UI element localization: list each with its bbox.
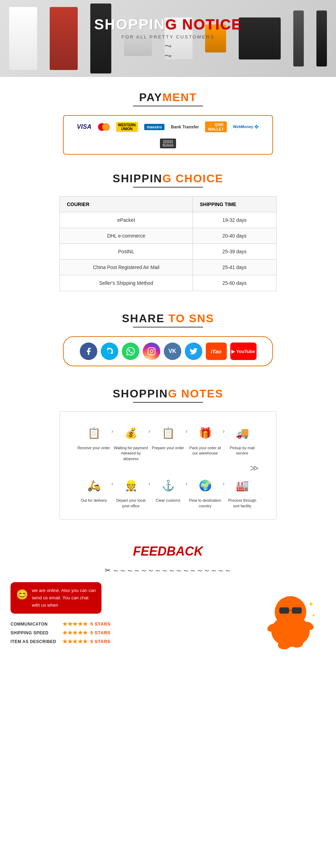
- sns-title: SHARE TO SNS: [10, 312, 326, 325]
- stars-icon: ★★★★★: [62, 629, 88, 636]
- shipping-title: SHIPPING CHOICE: [10, 172, 326, 185]
- table-row: China Post Registered Air Mail25-41 days: [60, 260, 276, 275]
- notes-underline: [133, 402, 203, 403]
- courier-cell: DHL e-commerce: [60, 228, 193, 244]
- sns-icons-row: VK iTao ▶ YouTube: [63, 336, 273, 366]
- payment-title: PAYMENT: [10, 91, 326, 104]
- time-cell: 25-60 days: [192, 275, 276, 291]
- flow-item-10: 🏭 Process through sort facility: [225, 475, 260, 509]
- maestro-logo: maestro: [144, 124, 165, 130]
- sns-section: SHARE TO SNS VK iTao ▶ YouTube: [0, 305, 336, 380]
- feedback-left: 😊 we are online. Also you can can send u…: [10, 582, 248, 647]
- mascot-svg: ✦ ✦: [259, 582, 322, 652]
- courier-header: COURIER: [60, 197, 193, 212]
- shipping-underline: [133, 187, 203, 188]
- smiley-icon: 😊: [16, 587, 28, 603]
- flow-item-2: 💰 Waiting for payment released by alixpr…: [113, 422, 148, 461]
- flow-item-1: 📋 Receive your order: [76, 422, 111, 451]
- product-img-7: [239, 17, 281, 59]
- table-row: DHL e-commerce20-40 days: [60, 228, 276, 244]
- stars-icon: ★★★★★: [62, 638, 88, 645]
- flow-item-5: 🚚 Pickup by mail service: [225, 422, 260, 456]
- svg-rect-6: [292, 607, 302, 614]
- flow-label-9: Flow to destination country: [188, 498, 223, 509]
- svg-text:✦: ✦: [308, 600, 314, 608]
- feedback-message: we are online. Also you can can send us …: [32, 587, 96, 609]
- courier-cell: PostNL: [60, 244, 193, 260]
- svg-rect-5: [279, 607, 289, 614]
- rating-row: COMMUNICATON★★★★★5 STARS: [10, 621, 248, 627]
- product-img-9: [316, 10, 327, 66]
- instagram-icon[interactable]: [143, 343, 160, 360]
- flow-item-9: 🌍 Flow to destination country: [188, 475, 223, 509]
- product-img-1: [9, 7, 37, 70]
- header-arrows: ⤳⤳: [94, 41, 242, 61]
- skype-icon[interactable]: [101, 343, 118, 360]
- flow-label-4: Pack your order at our warehouse: [188, 445, 223, 456]
- flow-row-top: 📋 Receive your order › 💰 Waiting for pay…: [67, 422, 269, 461]
- vk-icon[interactable]: VK: [164, 343, 181, 360]
- shopping-notes-section: SHOPPING NOTES 📋 Receive your order › 💰 …: [0, 380, 336, 534]
- flow-label-1: Receive your order: [78, 445, 110, 451]
- flow-item-3: 📋 Prepare your order: [150, 422, 186, 451]
- product-img-2: [50, 7, 78, 70]
- header-title: SHOPPING NOTICE: [94, 16, 242, 33]
- webmoney-logo: WebMoney 💠: [233, 125, 259, 129]
- stars-score: 5 STARS: [91, 639, 111, 644]
- twitter-icon[interactable]: [185, 343, 202, 360]
- whatsapp-icon[interactable]: [122, 343, 139, 360]
- stars-icon: ★★★★★: [62, 621, 88, 627]
- itao-icon[interactable]: iTao: [206, 343, 227, 360]
- flow-label-5: Pickup by mail service: [225, 445, 260, 456]
- svg-point-1: [150, 350, 153, 353]
- product-img-8: [293, 10, 304, 66]
- flow-row-bottom: 🛵 Out for delivery ‹ 👷 Depart your local…: [67, 475, 269, 509]
- header-subtitle: FOR ALL PRETTY CUSTOMERS: [94, 34, 242, 40]
- feedback-squiggle: ✂ ～～～～～～～～～～～～～～～～～: [10, 566, 326, 575]
- courier-cell: Seller's Shipping Method: [60, 275, 193, 291]
- time-cell: 25-39 days: [192, 244, 276, 260]
- stars-score: 5 STARS: [91, 621, 111, 627]
- flow-label-7: Depart your local post office: [113, 498, 148, 509]
- payment-methods-box: VISA WESTERNUNION maestro Bank Transfer …: [63, 115, 273, 155]
- feedback-content: 😊 we are online. Also you can can send u…: [10, 582, 326, 652]
- svg-text:✦: ✦: [312, 613, 316, 618]
- feedback-bubble: 😊 we are online. Also you can can send u…: [10, 582, 102, 614]
- shipping-table: COURIER SHIPPING TIME ePacket19-32 daysD…: [59, 196, 276, 291]
- svg-point-10: [278, 641, 290, 649]
- sns-underline: [133, 327, 203, 327]
- flow-label-2: Waiting for payment released by alixpres…: [113, 445, 148, 461]
- notes-box: 📋 Receive your order › 💰 Waiting for pay…: [59, 411, 276, 520]
- flow-label-6: Out for delivery: [81, 498, 107, 503]
- shipping-section: SHIPPING CHOICE COURIER SHIPPING TIME eP…: [0, 165, 336, 305]
- flow-arrow-down: ≫: [67, 463, 269, 473]
- mascot-container: ✦ ✦: [259, 582, 322, 652]
- notes-title: SHOPPING NOTES: [10, 387, 326, 400]
- youtube-icon[interactable]: ▶ YouTube: [230, 343, 257, 360]
- svg-point-11: [290, 639, 303, 648]
- flow-item-6: 🛵 Out for delivery: [76, 475, 111, 503]
- rating-label: COMMUNICATON: [10, 622, 59, 627]
- table-row: ePacket19-32 days: [60, 212, 276, 228]
- western-union-logo: WESTERNUNION: [116, 122, 138, 132]
- flow-item-7: 👷 Depart your local post office: [113, 475, 148, 509]
- header-banner: SHOPPING NOTICE FOR ALL PRETTY CUSTOMERS…: [0, 0, 336, 77]
- table-row: PostNL25-39 days: [60, 244, 276, 260]
- rating-row: SHIPPING SPEED★★★★★5 STARS: [10, 629, 248, 636]
- table-row: Seller's Shipping Method25-60 days: [60, 275, 276, 291]
- bank-transfer-logo: Bank Transfer: [171, 125, 199, 129]
- feedback-title: FEEDBACK: [10, 544, 326, 559]
- time-cell: 19-32 days: [192, 212, 276, 228]
- svg-point-2: [153, 349, 154, 350]
- rating-label: SHIPPING SPEED: [10, 630, 59, 635]
- time-cell: 25-41 days: [192, 260, 276, 275]
- visa-logo: VISA: [77, 123, 92, 130]
- flow-item-8: ⚓ Clear customs: [150, 475, 186, 503]
- flow-label-8: Clear customs: [156, 498, 180, 503]
- facebook-icon[interactable]: [80, 343, 97, 360]
- feedback-section: FEEDBACK ✂ ～～～～～～～～～～～～～～～～～ 😊 we are on…: [0, 534, 336, 663]
- payment-section: PAYMENT VISA WESTERNUNION maestro Bank T…: [0, 77, 336, 165]
- courier-cell: China Post Registered Air Mail: [60, 260, 193, 275]
- qiwi-logo: 🔶 QIWIWALLET: [205, 121, 226, 132]
- time-cell: 20-40 days: [192, 228, 276, 244]
